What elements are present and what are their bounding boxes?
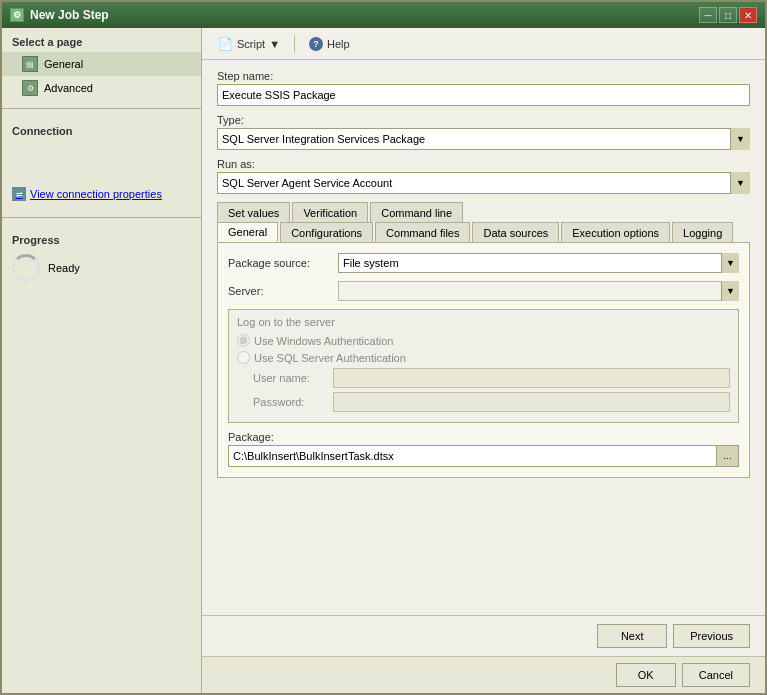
form-area: Step name: Type: SQL Server Integration …	[202, 60, 765, 615]
type-select-wrapper: SQL Server Integration Services Package …	[217, 128, 750, 150]
tab-general[interactable]: General	[217, 222, 278, 242]
bottom-bar: Next Previous	[202, 615, 765, 656]
password-label: Password:	[253, 396, 333, 408]
tab-command-line[interactable]: Command line	[370, 202, 463, 222]
close-button[interactable]: ✕	[739, 7, 757, 23]
server-select	[338, 281, 739, 301]
right-panel: 📄 Script ▼ ? Help Step name: Type:	[202, 28, 765, 693]
radio-windows-auth[interactable]	[237, 334, 250, 347]
progress-status: Ready	[48, 262, 80, 274]
window-title: New Job Step	[30, 8, 109, 22]
ok-button[interactable]: OK	[616, 663, 676, 687]
general-icon: ▤	[22, 56, 38, 72]
tab-execution-options-label: Execution options	[572, 227, 659, 239]
connection-label: Connection	[12, 125, 191, 137]
previous-button[interactable]: Previous	[673, 624, 750, 648]
script-arrow: ▼	[269, 38, 280, 50]
tab-configurations-label: Configurations	[291, 227, 362, 239]
connection-link-label: View connection properties	[30, 188, 162, 200]
select-page-label: Select a page	[2, 28, 201, 52]
action-bar: OK Cancel	[202, 656, 765, 693]
script-label: Script	[237, 38, 265, 50]
tab-row-1: Set values Verification Command line	[217, 202, 750, 222]
tab-set-values[interactable]: Set values	[217, 202, 290, 222]
step-name-label: Step name:	[217, 70, 750, 82]
next-button[interactable]: Next	[597, 624, 667, 648]
title-bar-left: ⚙ New Job Step	[10, 8, 109, 22]
run-as-select[interactable]: SQL Server Agent Service Account	[217, 172, 750, 194]
username-row: User name:	[237, 368, 730, 388]
tab-panel-general: Package source: File system ▼ Server:	[217, 242, 750, 478]
package-source-label: Package source:	[228, 257, 338, 269]
title-controls: ─ □ ✕	[699, 7, 757, 23]
help-button[interactable]: ? Help	[301, 35, 358, 53]
script-icon: 📄	[218, 37, 233, 51]
run-as-row: Run as: SQL Server Agent Service Account…	[217, 158, 750, 194]
run-as-select-wrapper: SQL Server Agent Service Account ▼	[217, 172, 750, 194]
sidebar-advanced-label: Advanced	[44, 82, 93, 94]
tab-general-label: General	[228, 226, 267, 238]
radio-windows-auth-label: Use Windows Authentication	[254, 335, 393, 347]
server-select-wrap: ▼	[338, 281, 739, 301]
tab-command-files[interactable]: Command files	[375, 222, 470, 242]
connection-link-icon: ⇌	[12, 187, 26, 201]
step-name-input[interactable]	[217, 84, 750, 106]
tab-data-sources-label: Data sources	[483, 227, 548, 239]
sidebar-divider-1	[2, 108, 201, 109]
tab-row-2: General Configurations Command files Dat…	[217, 222, 750, 242]
package-section: Package: …	[228, 431, 739, 467]
tabs-container: Set values Verification Command line Gen…	[217, 202, 750, 478]
username-label: User name:	[253, 372, 333, 384]
progress-label: Progress	[12, 234, 191, 246]
tab-execution-options[interactable]: Execution options	[561, 222, 670, 242]
password-input	[333, 392, 730, 412]
package-input-wrap: …	[228, 445, 739, 467]
sidebar: Select a page ▤ General ⚙ Advanced Conne…	[2, 28, 202, 693]
package-browse-button[interactable]: …	[717, 445, 739, 467]
progress-row: Ready	[12, 254, 191, 282]
help-label: Help	[327, 38, 350, 50]
script-button[interactable]: 📄 Script ▼	[210, 35, 288, 53]
sidebar-general-label: General	[44, 58, 83, 70]
tab-set-values-label: Set values	[228, 207, 279, 219]
package-input[interactable]	[228, 445, 717, 467]
progress-spinner	[12, 254, 40, 282]
main-content: Select a page ▤ General ⚙ Advanced Conne…	[2, 28, 765, 693]
tab-configurations[interactable]: Configurations	[280, 222, 373, 242]
server-label: Server:	[228, 285, 338, 297]
tab-data-sources[interactable]: Data sources	[472, 222, 559, 242]
advanced-icon: ⚙	[22, 80, 38, 96]
logon-group-title: Log on to the server	[237, 316, 730, 328]
radio-windows-auth-row: Use Windows Authentication	[237, 334, 730, 347]
view-connection-properties-link[interactable]: ⇌ View connection properties	[12, 187, 191, 201]
username-input	[333, 368, 730, 388]
tab-verification[interactable]: Verification	[292, 202, 368, 222]
main-window: ⚙ New Job Step ─ □ ✕ Select a page ▤ Gen…	[0, 0, 767, 695]
maximize-button[interactable]: □	[719, 7, 737, 23]
step-name-row: Step name:	[217, 70, 750, 106]
type-label: Type:	[217, 114, 750, 126]
package-source-select[interactable]: File system	[338, 253, 739, 273]
sidebar-divider-2	[2, 217, 201, 218]
minimize-button[interactable]: ─	[699, 7, 717, 23]
type-select[interactable]: SQL Server Integration Services Package	[217, 128, 750, 150]
tab-logging[interactable]: Logging	[672, 222, 733, 242]
tab-command-line-label: Command line	[381, 207, 452, 219]
toolbar: 📄 Script ▼ ? Help	[202, 28, 765, 60]
title-bar: ⚙ New Job Step ─ □ ✕	[2, 2, 765, 28]
radio-sql-auth-row: Use SQL Server Authentication	[237, 351, 730, 364]
sidebar-item-advanced[interactable]: ⚙ Advanced	[2, 76, 201, 100]
run-as-label: Run as:	[217, 158, 750, 170]
radio-sql-auth-label: Use SQL Server Authentication	[254, 352, 406, 364]
sidebar-item-general[interactable]: ▤ General	[2, 52, 201, 76]
tab-verification-label: Verification	[303, 207, 357, 219]
cancel-button[interactable]: Cancel	[682, 663, 750, 687]
type-row: Type: SQL Server Integration Services Pa…	[217, 114, 750, 150]
radio-sql-auth[interactable]	[237, 351, 250, 364]
progress-section: Progress Ready	[2, 226, 201, 290]
browse-icon: …	[723, 451, 732, 461]
password-row: Password:	[237, 392, 730, 412]
package-source-row: Package source: File system ▼	[228, 253, 739, 273]
tab-command-files-label: Command files	[386, 227, 459, 239]
help-icon: ?	[309, 37, 323, 51]
